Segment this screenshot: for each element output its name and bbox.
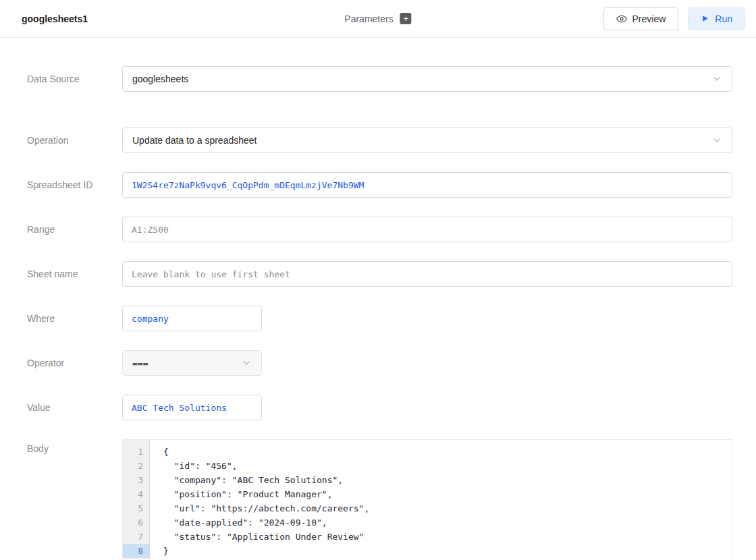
header-actions: Preview Run: [603, 7, 745, 30]
code-line[interactable]: "date-applied": "2024-09-10",: [163, 515, 732, 530]
field-row-value: Value: [27, 395, 732, 420]
body-code-editor[interactable]: 1 2 3 4 5 6 7 8 { "id": "456", "company"…: [122, 439, 732, 559]
add-parameter-button[interactable]: +: [400, 13, 412, 24]
value-label: Value: [27, 402, 122, 413]
parameters-section: Parameters +: [344, 13, 411, 24]
code-line[interactable]: "company": "ABC Tech Solutions",: [163, 473, 732, 487]
operator-value: ===: [132, 358, 148, 368]
value-input[interactable]: [122, 395, 262, 420]
code-line[interactable]: "position": "Product Manager",: [163, 487, 732, 501]
preview-button-label: Preview: [632, 13, 666, 24]
line-number-active: 8: [123, 544, 149, 558]
code-line[interactable]: "id": "456",: [163, 459, 732, 473]
operator-label: Operator: [27, 358, 122, 368]
field-row-operator: Operator ===: [27, 350, 732, 376]
code-line[interactable]: "status": "Application Under Review": [163, 530, 732, 544]
code-line[interactable]: "url": "https://abctech.com/careers",: [163, 501, 732, 515]
operator-select[interactable]: ===: [122, 350, 262, 376]
code-line[interactable]: {: [163, 445, 732, 459]
code-line[interactable]: }: [163, 544, 732, 558]
where-input[interactable]: [122, 306, 262, 331]
data-source-label: Data Source: [27, 74, 122, 84]
where-label: Where: [27, 313, 122, 324]
range-input[interactable]: [122, 217, 732, 242]
operation-select[interactable]: Update data to a spreadsheet: [122, 128, 732, 153]
range-label: Range: [27, 224, 122, 235]
field-row-where: Where: [27, 306, 732, 331]
spreadsheet-id-label: Spreadsheet ID: [27, 179, 122, 190]
run-button[interactable]: Run: [688, 7, 745, 30]
operation-label: Operation: [27, 135, 122, 146]
chevron-down-icon: [241, 358, 252, 368]
spreadsheet-id-input[interactable]: [122, 172, 732, 198]
line-number: 7: [123, 530, 149, 544]
run-button-label: Run: [715, 13, 732, 24]
line-number: 5: [123, 501, 149, 515]
line-number: 4: [123, 487, 149, 501]
chevron-down-icon: [711, 135, 722, 146]
step-title: googlesheets1: [22, 13, 88, 24]
data-source-value: googlesheets: [132, 74, 188, 84]
code-area[interactable]: { "id": "456", "company": "ABC Tech Solu…: [150, 440, 732, 559]
eye-icon: [616, 13, 627, 24]
field-row-data-source: Data Source googlesheets: [27, 66, 732, 92]
play-icon: [701, 14, 709, 23]
line-number: 2: [123, 459, 149, 473]
field-row-operation: Operation Update data to a spreadsheet: [27, 128, 732, 153]
preview-button[interactable]: Preview: [603, 7, 679, 30]
field-row-range: Range: [27, 217, 732, 242]
data-source-select[interactable]: googlesheets: [122, 66, 732, 92]
chevron-down-icon: [711, 74, 722, 84]
header: googlesheets1 Parameters + Preview Run: [0, 0, 756, 38]
line-number: 3: [123, 473, 149, 487]
field-row-sheet-name: Sheet name: [27, 261, 732, 287]
operation-value: Update data to a spreadsheet: [132, 135, 256, 146]
sheet-name-label: Sheet name: [27, 269, 122, 279]
field-row-body: Body 1 2 3 4 5 6 7 8 { "id": "456", "com…: [27, 439, 732, 559]
line-number: 1: [123, 445, 149, 459]
parameters-form: Data Source googlesheets Operation Updat…: [0, 38, 756, 559]
sheet-name-input[interactable]: [122, 261, 732, 287]
field-row-spreadsheet-id: Spreadsheet ID: [27, 172, 732, 198]
code-gutter: 1 2 3 4 5 6 7 8: [123, 440, 150, 559]
body-label: Body: [27, 439, 122, 454]
line-number: 6: [123, 515, 149, 530]
parameters-label: Parameters: [344, 13, 393, 24]
